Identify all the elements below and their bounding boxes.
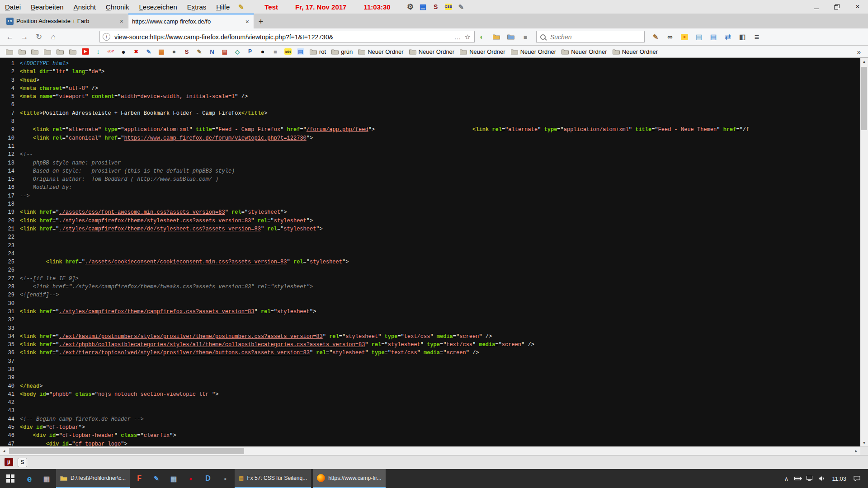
- code-diamond-icon[interactable]: ◇: [234, 48, 241, 55]
- puzzle-icon[interactable]: ●: [257, 47, 269, 56]
- youtube-icon[interactable]: ▶: [82, 48, 89, 55]
- red-app-icon[interactable]: ●: [187, 475, 194, 482]
- sidebar-icon[interactable]: ◧: [736, 31, 749, 43]
- ublock-icon[interactable]: µ: [5, 458, 13, 466]
- bookmark-folder-rot[interactable]: rot: [307, 47, 328, 56]
- restore-button[interactable]: [826, 0, 847, 14]
- notes-pencil-icon[interactable]: ✎: [193, 47, 205, 56]
- parking-icon[interactable]: P: [246, 48, 254, 55]
- bookmarks-overflow-chevron[interactable]: »: [854, 48, 864, 56]
- bookmark-folder-neu[interactable]: Neuer Ordner: [407, 47, 457, 56]
- tab-active[interactable]: https://www.camp-firefox.de/fo×: [128, 14, 254, 28]
- paintbrush-icon[interactable]: ✎: [652, 34, 659, 40]
- window-blue-icon[interactable]: ▤: [297, 48, 304, 55]
- firefox-window-button[interactable]: https://www.camp-fir...: [313, 469, 385, 488]
- document-icon[interactable]: ▤: [710, 34, 717, 40]
- base64-icon[interactable]: b64: [284, 48, 292, 55]
- bookmark-folder[interactable]: [54, 48, 66, 56]
- bookmark-folder-neu[interactable]: Neuer Ordner: [610, 47, 660, 56]
- menu-datei[interactable]: Datei: [0, 2, 26, 12]
- menu-extras[interactable]: Extras: [182, 2, 212, 12]
- flag-icon[interactable]: ▤: [221, 48, 228, 55]
- puzzle-icon[interactable]: ●: [259, 48, 266, 55]
- scroll-down-icon[interactable]: ▼: [860, 439, 868, 446]
- github-icon[interactable]: ●: [118, 47, 129, 56]
- search-input[interactable]: Suchen: [536, 31, 645, 43]
- ebay-icon[interactable]: ebY: [107, 48, 114, 55]
- screenshot-icon[interactable]: ●: [681, 34, 688, 40]
- download-icon[interactable]: ↓: [92, 47, 104, 56]
- clipboard-icon[interactable]: ▤: [692, 31, 706, 43]
- sidebar-icon[interactable]: ◧: [739, 34, 746, 40]
- menu-ansicht[interactable]: Ansicht: [69, 2, 101, 12]
- code-diamond-icon[interactable]: ◇: [231, 47, 243, 56]
- globe-icon[interactable]: ●: [170, 48, 178, 55]
- bookmark-folder[interactable]: [29, 48, 41, 56]
- feather-icon[interactable]: ✎: [145, 48, 152, 55]
- ebay-icon[interactable]: ebY: [105, 47, 117, 56]
- bookmark-folder-neu[interactable]: Neuer Ordner: [356, 47, 406, 56]
- quill-icon[interactable]: ✎: [153, 475, 160, 482]
- volume-icon[interactable]: [816, 469, 827, 488]
- reload-button[interactable]: ↻: [32, 31, 46, 43]
- page-info-icon[interactable]: i: [103, 33, 110, 41]
- url-text[interactable]: view-source:https://www.camp-firefox.de/…: [114, 33, 452, 41]
- notes-pencil-icon[interactable]: ✎: [196, 48, 203, 55]
- menu-chronik[interactable]: Chronik: [101, 2, 134, 12]
- notes-icon[interactable]: ✎: [237, 4, 245, 10]
- dark-app-icon[interactable]: ▪: [222, 475, 229, 482]
- flag-icon[interactable]: ▤: [219, 47, 231, 56]
- feather-icon[interactable]: ✎: [143, 47, 155, 56]
- parking-icon[interactable]: P: [244, 47, 256, 56]
- page-actions-icon[interactable]: …: [452, 33, 464, 41]
- home-button[interactable]: ⌂: [46, 31, 61, 43]
- app-square-icon[interactable]: ■: [269, 47, 281, 56]
- new-tab-button[interactable]: +: [254, 15, 268, 28]
- mask-icon[interactable]: ∞: [666, 34, 674, 40]
- tabs-window-icon[interactable]: ▤: [420, 4, 427, 10]
- bookmark-folder-neu[interactable]: Neuer Ordner: [509, 47, 558, 56]
- extension-square-icon[interactable]: ■: [522, 34, 529, 40]
- vertical-scrollbar[interactable]: ▲ ▼: [860, 58, 868, 446]
- menu-bearbeiten[interactable]: Bearbeiten: [26, 2, 69, 12]
- explorer-window-button[interactable]: D:\Test\Profilordner\c...: [56, 469, 130, 488]
- battery-icon[interactable]: [792, 469, 804, 488]
- notepad-icon[interactable]: ✎: [458, 4, 465, 10]
- photos-icon[interactable]: ▦: [43, 475, 50, 482]
- session-restore-icon[interactable]: ◐: [478, 34, 486, 40]
- edge-icon[interactable]: e: [26, 475, 33, 482]
- close-box-icon[interactable]: ✖: [130, 47, 142, 56]
- base64-icon[interactable]: b64: [282, 47, 294, 56]
- extension-square-icon[interactable]: ■: [519, 31, 532, 43]
- image-icon[interactable]: ▦: [170, 475, 177, 482]
- tab-close-icon[interactable]: ×: [245, 18, 250, 25]
- bookmark-folder[interactable]: [4, 48, 15, 56]
- notepadpp-icon[interactable]: N: [208, 48, 216, 55]
- editor-window-button[interactable]: ▤Fx 57: CSS für Seitenq...: [235, 469, 311, 488]
- stylish-s-icon[interactable]: S: [18, 458, 27, 467]
- tab-close-icon[interactable]: ×: [119, 18, 124, 25]
- bookmark-star-icon[interactable]: ☆: [464, 33, 472, 41]
- document-icon[interactable]: ▤: [707, 31, 720, 43]
- network-icon[interactable]: [804, 469, 816, 488]
- bookmark-folder-neu[interactable]: Neuer Ordner: [559, 47, 609, 56]
- mask-icon[interactable]: ∞: [663, 31, 677, 43]
- bookmark-folder[interactable]: [67, 48, 79, 56]
- menu-lesezeichen[interactable]: Lesezeichen: [134, 2, 182, 12]
- session-restore-icon[interactable]: ◐: [475, 31, 489, 43]
- minimize-button[interactable]: [806, 0, 826, 14]
- close-box-icon[interactable]: ✖: [132, 48, 140, 55]
- folder-upload-icon[interactable]: [490, 31, 503, 43]
- clipboard-icon[interactable]: ▤: [695, 34, 703, 40]
- gear-icon[interactable]: ⚙: [407, 4, 414, 10]
- stylish-icon[interactable]: S: [432, 4, 439, 10]
- start-button[interactable]: [0, 469, 21, 488]
- close-button[interactable]: ×: [847, 0, 868, 14]
- notepadpp-icon[interactable]: N: [206, 47, 218, 56]
- paintbrush-icon[interactable]: ✎: [649, 31, 662, 43]
- menu-hilfe[interactable]: Hilfe: [211, 2, 235, 12]
- bookmark-folder[interactable]: [42, 48, 53, 56]
- vertical-scroll-thumb[interactable]: [861, 67, 867, 130]
- window-blue-icon[interactable]: ▤: [295, 47, 307, 56]
- sync-icon[interactable]: ⇄: [721, 31, 735, 43]
